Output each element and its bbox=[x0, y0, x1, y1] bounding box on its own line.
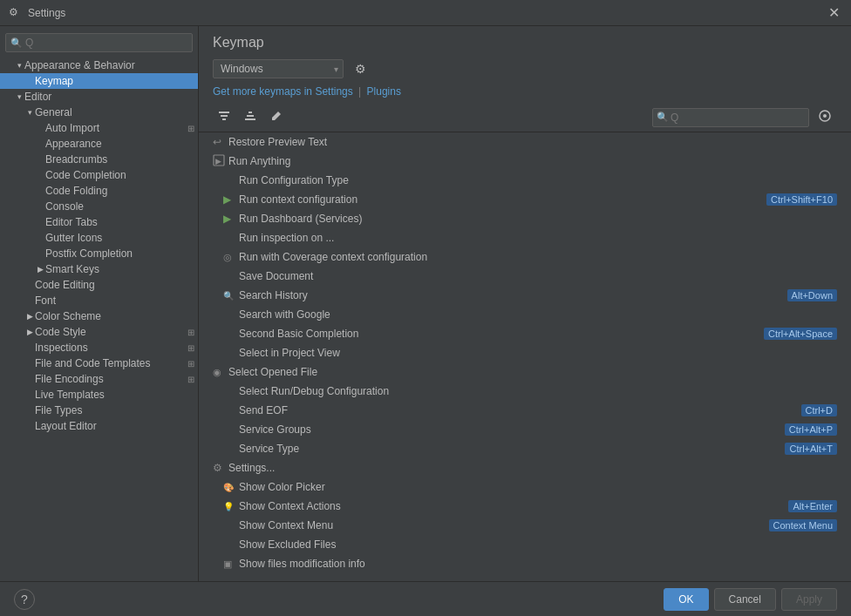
keymap-search-input[interactable] bbox=[652, 108, 809, 127]
sidebar-item-general[interactable]: ▾ General bbox=[0, 105, 198, 120]
keymap-row[interactable]: Select in Project View bbox=[199, 343, 851, 362]
action-search-area: 🔍 bbox=[652, 106, 837, 128]
keymap-row[interactable]: Service Type Ctrl+Alt+T bbox=[199, 439, 851, 458]
row-label: Show files modification info bbox=[239, 558, 837, 570]
keymap-row[interactable]: 🔍 Search History Alt+Down bbox=[199, 286, 851, 305]
sidebar-item-editor-tabs[interactable]: Editor Tabs bbox=[0, 214, 198, 230]
keymap-row[interactable]: Second Basic Completion Ctrl+Alt+Space bbox=[199, 324, 851, 343]
keymap-row[interactable]: ▶ Run Dashboard (Services) bbox=[199, 209, 851, 228]
sidebar-item-label: Console bbox=[45, 200, 198, 213]
sidebar-item-live-templates[interactable]: Live Templates bbox=[0, 387, 198, 403]
sidebar-item-font[interactable]: Font bbox=[0, 293, 198, 308]
row-label: Search History bbox=[239, 289, 787, 301]
sidebar-item-code-editing[interactable]: Code Editing bbox=[0, 277, 198, 293]
sidebar-item-auto-import[interactable]: Auto Import ⊞ bbox=[0, 120, 198, 136]
sidebar-item-label: Code Editing bbox=[35, 279, 198, 291]
sidebar-item-gutter-icons[interactable]: Gutter Icons bbox=[0, 230, 198, 246]
keymap-row[interactable]: Show Context Menu Context Menu bbox=[199, 516, 851, 535]
apply-button[interactable]: Apply bbox=[781, 588, 837, 611]
keymap-row[interactable]: 💡 Show Context Actions Alt+Enter bbox=[199, 497, 851, 516]
keymap-row[interactable]: Send EOF Ctrl+D bbox=[199, 401, 851, 420]
sidebar-item-code-folding[interactable]: Code Folding bbox=[0, 183, 198, 199]
keymap-row[interactable]: ⚙ Settings... bbox=[199, 458, 851, 477]
keymap-row[interactable]: ▶ Run context configuration Ctrl+Shift+F… bbox=[199, 190, 851, 209]
sidebar-item-code-completion[interactable]: Code Completion bbox=[0, 167, 198, 183]
get-more-keymaps-link[interactable]: Get more keymaps in Settings bbox=[213, 85, 353, 98]
row-label: Run Anything bbox=[228, 155, 837, 167]
settings-icon: ⚙ bbox=[213, 462, 228, 474]
badge: ⊞ bbox=[187, 359, 194, 369]
link-separator: | bbox=[358, 85, 364, 98]
sidebar-item-label: Layout Editor bbox=[35, 420, 198, 432]
keymap-row[interactable]: Service Groups Ctrl+Alt+P bbox=[199, 420, 851, 439]
tree-arrow: ▾ bbox=[14, 92, 24, 101]
sidebar-item-breadcrumbs[interactable]: Breadcrumbs bbox=[0, 152, 198, 167]
keymap-dropdown-container[interactable]: Windows macOS Linux Eclipse NetBeans ▾ bbox=[213, 59, 344, 78]
sidebar-item-layout-editor[interactable]: Layout Editor bbox=[0, 418, 198, 434]
keymap-dropdown[interactable]: Windows macOS Linux Eclipse NetBeans bbox=[213, 59, 344, 78]
ok-button[interactable]: OK bbox=[664, 588, 708, 611]
keymap-gear-button[interactable]: ⚙ bbox=[351, 59, 371, 78]
keymap-row[interactable]: Run Configuration Type bbox=[199, 171, 851, 190]
keymap-row[interactable]: 🎨 Show Color Picker bbox=[199, 477, 851, 497]
keymap-row[interactable]: ◎ Run with Coverage context configuratio… bbox=[199, 247, 851, 267]
keymap-row[interactable]: ▣ Show files modification info bbox=[199, 554, 851, 573]
sidebar-item-label: Editor Tabs bbox=[45, 216, 198, 228]
sidebar-item-label: Code Folding bbox=[45, 185, 198, 197]
sidebar-item-label: Font bbox=[35, 294, 198, 307]
sidebar-item-editor[interactable]: ▾ Editor bbox=[0, 89, 198, 105]
bottom-bar: ? OK Cancel Apply bbox=[0, 581, 851, 616]
sidebar-item-label: Smart Keys bbox=[45, 263, 198, 275]
sidebar-item-console[interactable]: Console bbox=[0, 199, 198, 214]
sidebar-item-code-style[interactable]: ▶ Code Style ⊞ bbox=[0, 324, 198, 340]
keymap-row[interactable]: ◉ Select Opened File bbox=[199, 362, 851, 382]
keymap-row[interactable]: Select Run/Debug Configuration bbox=[199, 382, 851, 401]
plugins-link[interactable]: Plugins bbox=[367, 85, 401, 98]
close-button[interactable]: ✕ bbox=[825, 4, 842, 22]
regex-button[interactable] bbox=[813, 106, 837, 128]
sidebar-item-label: Code Completion bbox=[45, 169, 198, 181]
modification-icon: ▣ bbox=[223, 558, 239, 570]
row-label: Run context configuration bbox=[239, 193, 766, 206]
sidebar-item-file-code-templates[interactable]: File and Code Templates ⊞ bbox=[0, 355, 198, 371]
svg-rect-1 bbox=[221, 115, 228, 117]
sidebar-item-color-scheme[interactable]: ▶ Color Scheme bbox=[0, 308, 198, 324]
tree-arrow: ▾ bbox=[24, 108, 35, 117]
edit-button[interactable] bbox=[265, 106, 288, 128]
help-button[interactable]: ? bbox=[14, 589, 35, 610]
sidebar-item-inspections[interactable]: Inspections ⊞ bbox=[0, 340, 198, 355]
sidebar-item-postfix-completion[interactable]: Postfix Completion bbox=[0, 246, 198, 261]
collapse-all-button[interactable] bbox=[213, 106, 235, 128]
keymap-row[interactable]: ▶ Run Anything bbox=[199, 152, 851, 171]
sidebar-item-appearance[interactable]: Appearance bbox=[0, 136, 198, 152]
keymap-row[interactable]: Show Excluded Files bbox=[199, 535, 851, 554]
keymap-row[interactable]: ↩ Restore Preview Text bbox=[199, 132, 851, 152]
keymap-row[interactable]: Save Document bbox=[199, 267, 851, 286]
sidebar-item-file-types[interactable]: File Types bbox=[0, 403, 198, 418]
sidebar-item-keymap[interactable]: Keymap bbox=[0, 73, 198, 89]
keymap-row[interactable]: Search with Google bbox=[199, 305, 851, 324]
svg-rect-3 bbox=[248, 112, 252, 113]
row-label: Search with Google bbox=[239, 308, 837, 321]
sidebar-search[interactable]: 🔍 bbox=[5, 33, 193, 52]
sidebar-item-label: Gutter Icons bbox=[45, 232, 198, 244]
keymap-row[interactable]: Run inspection on ... bbox=[199, 228, 851, 247]
row-label: Run inspection on ... bbox=[239, 232, 837, 244]
window-title: Settings bbox=[28, 7, 825, 19]
sidebar-item-label: Postfix Completion bbox=[45, 247, 198, 260]
tree-arrow: ▶ bbox=[24, 328, 35, 336]
sidebar-item-label: Live Templates bbox=[35, 389, 198, 401]
select-opened-icon: ◉ bbox=[213, 367, 228, 378]
row-label: Show Excluded Files bbox=[239, 538, 837, 551]
sidebar-item-smart-keys[interactable]: ▶ Smart Keys bbox=[0, 261, 198, 277]
cancel-button[interactable]: Cancel bbox=[714, 588, 776, 611]
sidebar-item-label: Editor bbox=[24, 91, 198, 103]
main-content: 🔍 ▾ Appearance & Behavior Keymap ▾ Edito… bbox=[0, 26, 851, 581]
row-label: Send EOF bbox=[239, 404, 801, 416]
expand-all-button[interactable] bbox=[239, 106, 262, 128]
row-label: Second Basic Completion bbox=[239, 328, 764, 340]
sidebar-item-appearance-behavior[interactable]: ▾ Appearance & Behavior bbox=[0, 58, 198, 73]
sidebar-item-file-encodings[interactable]: File Encodings ⊞ bbox=[0, 371, 198, 387]
sidebar-search-input[interactable] bbox=[5, 33, 193, 52]
window-icon: ⚙ bbox=[9, 6, 23, 20]
